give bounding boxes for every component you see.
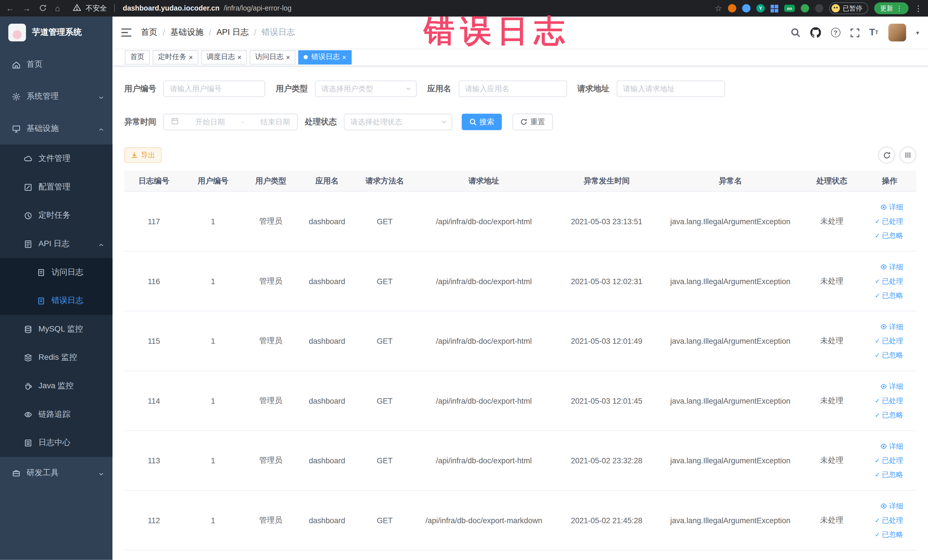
caret-down-icon[interactable]: ▾ — [916, 29, 919, 36]
browser-reload-icon[interactable] — [39, 4, 47, 12]
mark-ignored-link[interactable]: ✓ 已忽略 — [875, 350, 903, 360]
browser-forward-icon[interactable]: → — [23, 4, 31, 12]
extension-icon[interactable] — [728, 4, 736, 12]
extension-icon[interactable] — [801, 4, 809, 12]
extension-on-icon[interactable]: on — [784, 5, 795, 12]
font-size-icon[interactable]: TT — [869, 27, 878, 38]
breadcrumb-api-logs[interactable]: API 日志 — [217, 27, 249, 38]
mark-processed-link[interactable]: ✓ 已处理 — [875, 515, 903, 525]
browser-chrome: ← → ⌂ 不安全 dashboard.yudao.iocoder.cn/inf… — [0, 0, 928, 17]
browser-home-icon[interactable]: ⌂ — [55, 4, 60, 12]
mark-ignored-link[interactable]: ✓ 已忽略 — [875, 230, 903, 241]
extension-grid-icon[interactable] — [771, 5, 778, 12]
cell-method: GET — [355, 336, 414, 345]
chevron-down-icon — [98, 93, 104, 99]
browser-extensions-area: ☆ Y on 已暂停 更新 ⋮ ⋮ — [714, 2, 922, 14]
mark-processed-link[interactable]: ✓ 已处理 — [875, 336, 903, 346]
close-icon[interactable]: × — [286, 53, 290, 61]
extension-puzzle-icon[interactable] — [815, 4, 823, 12]
paused-badge[interactable]: 已暂停 — [829, 2, 868, 14]
address-bar[interactable]: 不安全 dashboard.yudao.iocoder.cn/infra/log… — [73, 3, 292, 13]
tab-scheduled-tasks[interactable]: 定时任务× — [153, 50, 198, 64]
sidebar-item-scheduled-tasks[interactable]: 定时任务 — [0, 201, 112, 230]
sidebar-item-redis-monitor[interactable]: Redis 监控 — [0, 343, 112, 372]
mark-ignored-link[interactable]: ✓ 已忽略 — [875, 529, 903, 539]
tab-error-log[interactable]: 错误日志× — [298, 50, 352, 64]
sidebar-item-infrastructure[interactable]: 基础设施 — [0, 112, 112, 144]
date-range-picker[interactable]: 开始日期 - 结束日期 — [163, 113, 298, 130]
request-url-input[interactable] — [617, 81, 725, 97]
mark-ignored-link[interactable]: ✓ 已忽略 — [875, 290, 903, 301]
breadcrumb-infrastructure[interactable]: 基础设施 — [170, 27, 203, 38]
tab-home[interactable]: 首页 — [125, 50, 150, 64]
search-button[interactable]: 搜索 — [462, 113, 502, 130]
mark-processed-link[interactable]: ✓ 已处理 — [875, 276, 903, 286]
mark-processed-link[interactable]: ✓ 已处理 — [875, 216, 903, 226]
sidebar-item-log-center[interactable]: 日志中心 — [0, 429, 112, 457]
avatar[interactable] — [888, 24, 906, 41]
user-type-select-input[interactable] — [315, 81, 417, 97]
top-navbar: 首页 / 基础设施 / API 日志 / 错误日志 ? TT ▾ — [112, 17, 928, 49]
process-status-select[interactable] — [344, 113, 452, 130]
search-icon[interactable] — [791, 28, 800, 37]
sidebar-item-file-management[interactable]: 文件管理 — [0, 144, 112, 173]
sidebar-item-dev-tools[interactable]: 研发工具 — [0, 457, 112, 489]
bookmark-star-icon[interactable]: ☆ — [714, 4, 722, 12]
mark-processed-link[interactable]: ✓ 已处理 — [875, 396, 903, 406]
cell-actions: 详细 ✓ 已处理 ✓ 已忽略 — [863, 322, 916, 360]
fullscreen-icon[interactable] — [850, 28, 859, 37]
document-icon — [37, 268, 46, 277]
toolbox-icon — [12, 468, 21, 477]
export-button[interactable]: 导出 — [124, 148, 162, 163]
process-status-select-input[interactable] — [344, 113, 452, 130]
user-type-select[interactable] — [315, 81, 417, 97]
sidebar-item-error-log[interactable]: 错误日志 — [0, 287, 112, 315]
detail-link[interactable]: 详细 — [880, 262, 903, 272]
sidebar-item-config-management[interactable]: 配置管理 — [0, 173, 112, 201]
sidebar-item-access-log[interactable]: 访问日志 — [0, 258, 112, 287]
sidebar-item-tracing[interactable]: 链路追踪 — [0, 400, 112, 429]
mark-ignored-link[interactable]: ✓ 已忽略 — [875, 410, 903, 420]
tab-dispatch-log[interactable]: 调度日志× — [201, 50, 247, 64]
help-icon[interactable]: ? — [831, 28, 840, 37]
close-icon[interactable]: × — [342, 53, 346, 61]
close-icon[interactable]: × — [189, 53, 193, 61]
detail-link[interactable]: 详细 — [880, 381, 903, 391]
detail-link[interactable]: 详细 — [880, 501, 903, 511]
tabs-bar: 首页 定时任务× 调度日志× 访问日志× 错误日志× — [112, 49, 928, 66]
cell-user-id: 1 — [183, 336, 243, 345]
browser-menu-icon[interactable]: ⋮ — [914, 4, 922, 12]
refresh-button[interactable] — [878, 147, 895, 163]
tab-access-log[interactable]: 访问日志× — [250, 50, 296, 64]
cell-user-type: 管理员 — [243, 395, 299, 406]
mark-processed-link[interactable]: ✓ 已处理 — [875, 455, 903, 465]
detail-link[interactable]: 详细 — [880, 322, 903, 332]
close-icon[interactable]: × — [237, 53, 242, 61]
mark-ignored-link[interactable]: ✓ 已忽略 — [875, 470, 903, 479]
detail-link[interactable]: 详细 — [880, 202, 903, 212]
column-settings-button[interactable] — [900, 147, 916, 163]
sidebar-toggle-icon[interactable] — [121, 29, 131, 37]
sidebar-item-system-management[interactable]: 系统管理 — [0, 81, 112, 112]
security-label[interactable]: 不安全 — [85, 3, 107, 13]
reset-button[interactable]: 重置 — [513, 113, 553, 130]
browser-back-icon[interactable]: ← — [6, 4, 14, 12]
cell-actions: 详细 ✓ 已处理 ✓ 已忽略 — [863, 381, 916, 420]
cell-status: 未处理 — [801, 336, 863, 346]
sidebar-item-api-logs[interactable]: API 日志 — [0, 230, 112, 258]
github-icon[interactable] — [810, 27, 821, 38]
sidebar-item-java-monitor[interactable]: Java 监控 — [0, 372, 112, 400]
app-name-input[interactable] — [458, 81, 567, 97]
logo[interactable]: 芋道管理系统 — [0, 17, 112, 49]
cell-actions: 详细 ✓ 已处理 ✓ 已忽略 — [863, 501, 916, 539]
table-body: 117 1 管理员 dashboard GET /api/infra/db-do… — [124, 192, 916, 550]
detail-link[interactable]: 详细 — [880, 441, 903, 451]
breadcrumb-home[interactable]: 首页 — [141, 27, 157, 38]
user-id-input[interactable] — [163, 81, 265, 97]
extension-icon[interactable] — [742, 4, 751, 12]
cloud-icon — [24, 154, 32, 163]
sidebar-item-home[interactable]: 首页 — [0, 49, 112, 81]
browser-update-button[interactable]: 更新 ⋮ — [874, 2, 908, 14]
sidebar-item-mysql-monitor[interactable]: MySQL 监控 — [0, 315, 112, 343]
extension-icon[interactable]: Y — [756, 4, 765, 12]
